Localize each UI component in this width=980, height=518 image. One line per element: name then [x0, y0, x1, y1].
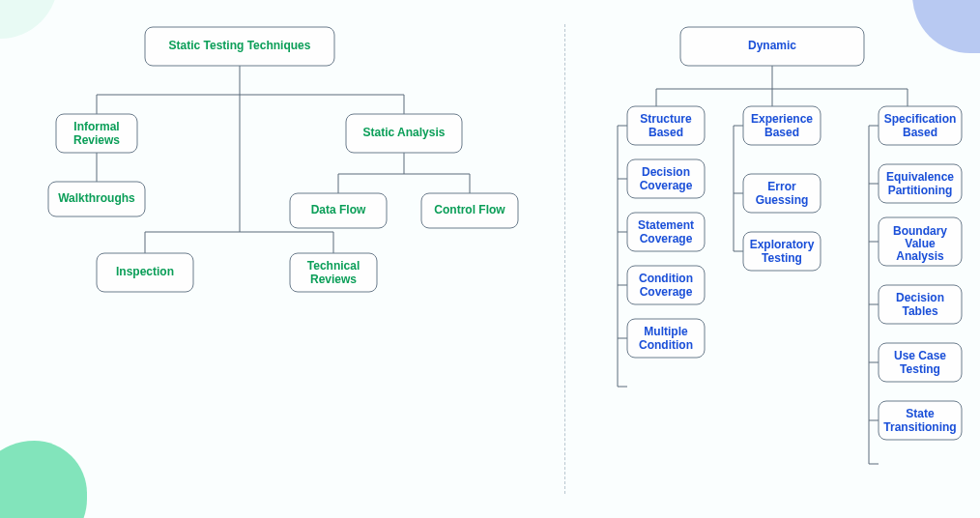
- node-boundary-value-analysis: Analysis: [896, 249, 944, 263]
- node-technical-reviews-l2: Reviews: [310, 273, 357, 286]
- node-condition-coverage: Coverage: [640, 285, 693, 299]
- svg-text:Condition: Condition: [639, 272, 693, 285]
- node-decision-tables: Tables: [902, 304, 937, 318]
- dynamic-testing-diagram: Dynamic Structure Based Decision Decisio…: [564, 0, 980, 518]
- node-use-case-testing: Testing: [900, 362, 940, 376]
- svg-text:Structure: Structure: [640, 112, 692, 126]
- svg-text:Decision: Decision: [896, 291, 944, 304]
- node-statement-coverage: Coverage: [640, 232, 693, 245]
- node-control-flow: Control Flow: [434, 203, 505, 216]
- node-informal-reviews-l1: Informal: [73, 120, 119, 133]
- node-multiple-condition: Condition: [639, 338, 693, 352]
- svg-text:Equivalence: Equivalence: [886, 170, 954, 184]
- svg-text:Boundary: Boundary: [893, 224, 947, 238]
- node-data-flow: Data Flow: [311, 203, 366, 216]
- node-equivalence-partitioning: Partitioning: [888, 184, 953, 197]
- node-state-transitioning: Transitioning: [883, 420, 956, 434]
- svg-text:Experience: Experience: [751, 112, 813, 126]
- node-inspection: Inspection: [116, 265, 174, 278]
- node-error-guessing: Guessing: [756, 193, 809, 207]
- svg-text:Statement: Statement: [638, 218, 694, 232]
- node-static-analysis: Static Analysis: [363, 126, 446, 139]
- svg-text:Use Case: Use Case: [894, 349, 946, 362]
- svg-text:Error: Error: [767, 180, 796, 193]
- svg-text:Decision: Decision: [642, 165, 690, 179]
- node-walkthroughs: Walkthroughs: [58, 191, 135, 205]
- node-exploratory-testing: Testing: [762, 251, 802, 265]
- node-specification-based: Based: [903, 126, 937, 139]
- node-dynamic-root: Dynamic: [748, 39, 796, 52]
- svg-text:Value: Value: [905, 237, 936, 250]
- svg-text:Specification: Specification: [884, 112, 957, 126]
- node-structure-based: Based: [649, 126, 683, 139]
- svg-text:Coverage: Coverage: [640, 179, 693, 192]
- svg-text:Exploratory: Exploratory: [750, 238, 815, 251]
- node-static-root: Static Testing Techniques: [169, 39, 311, 52]
- node-experience-based: Based: [764, 126, 799, 139]
- svg-text:State: State: [906, 407, 935, 420]
- svg-text:Multiple: Multiple: [644, 325, 688, 338]
- static-testing-diagram: Static Testing Techniques Informal Revie…: [0, 0, 564, 518]
- node-technical-reviews-l1: Technical: [307, 259, 360, 273]
- node-informal-reviews-l2: Reviews: [73, 133, 120, 147]
